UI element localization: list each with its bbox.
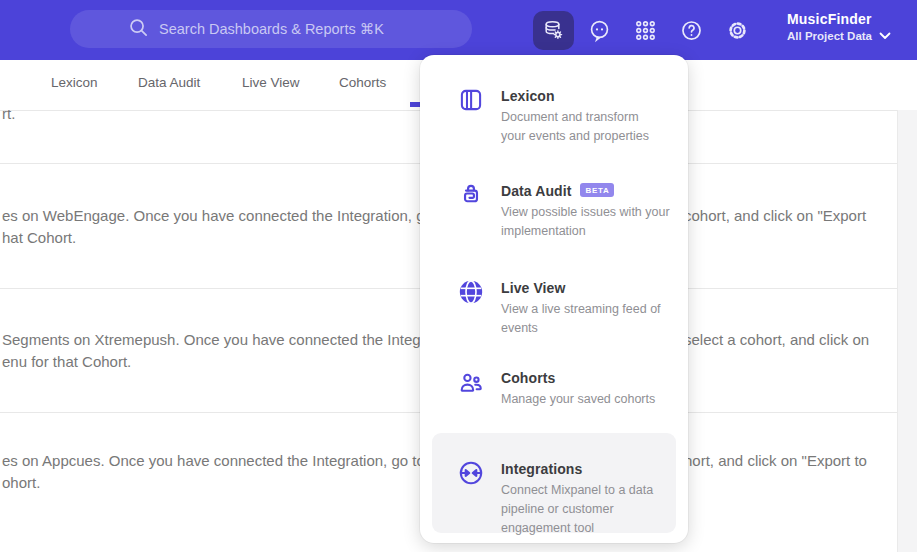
content-text-fragment: es on WebEngage. Once you have connected…	[2, 207, 475, 224]
menu-item-title: Live View	[501, 280, 565, 296]
tab-lexicon[interactable]: Lexicon	[51, 75, 98, 90]
tab-data-audit[interactable]: Data Audit	[138, 75, 200, 90]
menu-item-title: Cohorts	[501, 370, 555, 386]
scrollbar-gutter[interactable]	[897, 110, 917, 552]
content-text-fragment: select a cohort, and click on	[684, 331, 869, 348]
tab-live-view[interactable]: Live View	[242, 75, 300, 90]
app-screen: rt. es on WebEngage. Once you have conne…	[0, 0, 917, 552]
content-text-fragment: es on Appcues. Once you have connected t…	[2, 452, 466, 469]
org-name: MusicFinder	[787, 11, 872, 27]
project-name: All Project Data	[787, 30, 872, 42]
content-text-fragment: cohort, and click on "Export	[684, 207, 866, 224]
data-audit-lock-icon	[458, 182, 484, 208]
search-input[interactable]	[159, 21, 414, 37]
active-button-background	[533, 11, 574, 50]
header-icon-group	[530, 0, 760, 60]
menu-item-title: Data Audit	[501, 183, 571, 199]
content-text-fragment: ohort.	[2, 474, 40, 491]
menu-item-description: Connect Mixpanel to a data pipeline or c…	[501, 481, 653, 538]
gear-icon	[725, 18, 750, 43]
grid-dots-icon	[633, 18, 658, 43]
menu-item-description: Document and transform your events and p…	[501, 108, 649, 146]
database-gear-icon	[541, 18, 565, 42]
search-icon	[128, 17, 149, 42]
chevron-down-icon	[879, 26, 891, 44]
question-mark-icon	[679, 18, 704, 43]
content-text-fragment: Segments on Xtremepush. Once you have co…	[2, 331, 462, 348]
feedback-button[interactable]	[576, 0, 622, 60]
top-header: MusicFinder All Project Data	[0, 0, 917, 60]
content-text-fragment: hort, and click on "Export to	[684, 452, 867, 469]
menu-item-integrations[interactable]: Integrations Connect Mixpanel to a data …	[432, 433, 676, 533]
menu-item-title: Integrations	[501, 461, 582, 477]
data-management-button[interactable]	[530, 0, 576, 60]
help-button[interactable]	[668, 0, 714, 60]
integrations-arrows-icon	[458, 460, 484, 486]
beta-badge: BETA	[580, 183, 614, 197]
menu-item-live-view[interactable]: Live View View a live streaming feed of …	[458, 279, 674, 338]
lexicon-book-icon	[458, 87, 484, 113]
menu-item-description: View possible issues with your implement…	[501, 203, 670, 241]
live-view-globe-icon	[458, 279, 484, 305]
settings-button[interactable]	[714, 0, 760, 60]
menu-item-description: View a live streaming feed of events	[501, 300, 661, 338]
tab-cohorts[interactable]: Cohorts	[339, 75, 386, 90]
menu-item-description: Manage your saved cohorts	[501, 390, 655, 409]
content-text-fragment: enu for that Cohort.	[2, 353, 131, 370]
menu-item-lexicon[interactable]: Lexicon Document and transform your even…	[458, 87, 674, 146]
search-bar[interactable]	[70, 10, 472, 48]
chat-smiley-icon	[587, 18, 612, 43]
menu-item-integrations-content: Integrations Connect Mixpanel to a data …	[458, 460, 668, 538]
menu-item-data-audit[interactable]: Data Audit BETA View possible issues wit…	[458, 182, 674, 241]
data-management-dropdown: Lexicon Document and transform your even…	[420, 55, 688, 543]
cohorts-people-icon	[458, 369, 484, 395]
menu-item-cohorts[interactable]: Cohorts Manage your saved cohorts	[458, 369, 674, 409]
content-text-fragment: hat Cohort.	[2, 229, 76, 246]
project-switcher[interactable]: MusicFinder All Project Data	[787, 11, 872, 42]
menu-item-title: Lexicon	[501, 88, 555, 104]
apps-grid-button[interactable]	[622, 0, 668, 60]
